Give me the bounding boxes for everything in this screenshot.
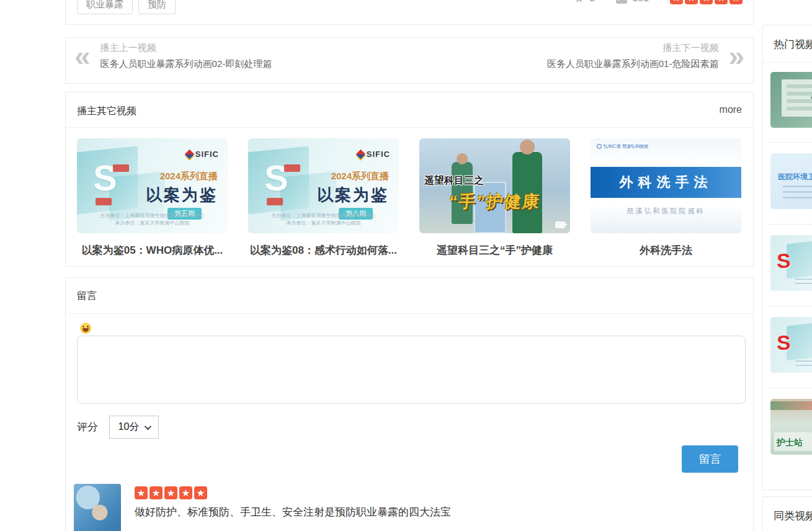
video-card: S SIFIC 2024系列直播 以案为鉴 第八期 主办单位：上海斯菲克微生物应…: [248, 138, 399, 257]
comment-item: ★ ★ ★ ★ ★ 做好防护、标准预防、手卫生、安全注射是预防职业暴露的四大法宝: [74, 484, 451, 531]
video-card: 弘和仁爱 慈溪弘和医院 外科洗手法 慈溪弘和医院院感科 外科洗手法: [591, 138, 741, 257]
next-video-link[interactable]: 播主下一视频 医务人员职业暴露系列动画01-危险因素篇 »: [547, 42, 744, 70]
similar-videos-title: 同类视频: [774, 509, 812, 523]
poster-topline: 2024系列直播: [160, 171, 218, 182]
comment-text: 做好防护、标准预防、手卫生、安全注射是预防职业暴露的四大法宝: [135, 505, 451, 519]
hot-video-thumbnail[interactable]: S: [770, 235, 812, 291]
comments-header: 留言: [66, 278, 753, 314]
video-card: 遥望科目三之 “手”护健康 遥望科目三之“手”护健康: [419, 138, 570, 257]
video-thumbnail[interactable]: S SIFIC 2024系列直播 以案为鉴 第八期 主办单位：上海斯菲克微生物应…: [248, 138, 399, 233]
divider: [770, 224, 812, 225]
video-camera-icon: [555, 221, 565, 228]
poster-watermark: S: [264, 157, 288, 199]
next-video-label: 播主下一视频: [547, 42, 719, 54]
nurse-station-label: 护士站: [777, 437, 803, 448]
poster-topline: 2024系列直播: [331, 171, 389, 182]
video-thumbnail[interactable]: S SIFIC 2024系列直播 以案为鉴 第五期 主办单位：上海斯菲克微生物应…: [77, 138, 228, 233]
favorite-star-icon: ★: [573, 0, 584, 4]
poster-orgs: 主办单位：上海斯菲克微生物应用技术研究中心 承办单位：复旦大学附属中山医院: [77, 212, 228, 227]
video-thumbnail[interactable]: 弘和仁爱 慈溪弘和医院 外科洗手法 慈溪弘和医院院感科: [591, 138, 741, 233]
poster-main-title: 以案为鉴: [317, 184, 389, 206]
video-title[interactable]: 外科洗手法: [591, 243, 741, 257]
comment-rating-stars: ★ ★ ★ ★ ★: [135, 486, 451, 499]
video-title[interactable]: 以案为鉴08：感术行动如何落...: [248, 243, 399, 257]
hot-videos-panel: 热门视频 医院环境卫生 S S 护士站: [762, 25, 812, 490]
sific-s-mark: S: [777, 249, 791, 273]
sific-diamond-icon: [184, 149, 194, 159]
poster-deco: [113, 164, 129, 172]
star-icon: ★: [194, 486, 207, 499]
poster-deco: [795, 279, 812, 286]
tag-list: 职业暴露 预防: [77, 0, 176, 14]
poster-banner: 外科洗手法: [591, 167, 741, 198]
star-icon: ★: [700, 0, 713, 4]
tag-prevention[interactable]: 预防: [138, 0, 176, 14]
poster-line2: “手”护健康: [419, 190, 570, 213]
star-icon: ★: [149, 486, 163, 499]
other-videos-section: 播主其它视频 more S SIFIC 2024系列直播 以案为鉴 第五期 主办…: [65, 92, 754, 267]
star-icon: ★: [670, 0, 683, 4]
divider: [770, 388, 812, 388]
hot-video-thumbnail[interactable]: 护士站: [770, 399, 812, 455]
poster-deco: [795, 360, 812, 368]
video-meta-card: 职业暴露 预防 ★ 2 181 ★ ★ ★ ★ ★: [65, 0, 754, 25]
chevron-down-icon: [145, 422, 151, 429]
star-icon: ★: [135, 486, 148, 499]
other-videos-title: 播主其它视频: [77, 105, 136, 118]
other-videos-row: S SIFIC 2024系列直播 以案为鉴 第五期 主办单位：上海斯菲克微生物应…: [77, 138, 741, 257]
hot-videos-header: 热门视频: [763, 25, 812, 63]
star-icon: ★: [179, 486, 192, 499]
favorites-count: 2: [589, 0, 595, 4]
hot-video-thumbnail[interactable]: 医院环境卫生: [770, 153, 812, 209]
poster-deco: [782, 79, 812, 117]
submit-comment-button[interactable]: 留言: [682, 445, 738, 473]
poster-line1: 遥望科目三之: [424, 174, 484, 187]
prev-next-nav: « 播主上一视频 医务人员职业暴露系列动画02-即刻处理篇 播主下一视频 医务人…: [65, 37, 754, 84]
tag-occupational-exposure[interactable]: 职业暴露: [77, 0, 133, 14]
rating-selected-value: 10分: [118, 421, 140, 434]
video-title[interactable]: 遥望科目三之“手”护健康: [419, 243, 570, 257]
star-icon: ★: [685, 0, 698, 4]
next-chevrons-icon: »: [728, 42, 744, 70]
hot-videos-title: 热门视频: [774, 37, 812, 51]
video-stats: ★ 2 181 ★ ★ ★ ★ ★: [573, 0, 744, 4]
divider: [770, 142, 812, 143]
avatar: [74, 484, 121, 531]
other-videos-header: 播主其它视频 more: [66, 92, 753, 128]
similar-videos-header: 同类视频: [763, 497, 812, 531]
hot-video-thumbnail[interactable]: [770, 72, 812, 128]
comment-input[interactable]: [77, 336, 746, 404]
poster-deco: [267, 198, 283, 205]
sific-s-mark: S: [777, 331, 791, 355]
star-icon: ★: [164, 486, 177, 499]
prev-video-link[interactable]: « 播主上一视频 医务人员职业暴露系列动画02-即刻处理篇: [74, 42, 272, 70]
video-card: S SIFIC 2024系列直播 以案为鉴 第五期 主办单位：上海斯菲克微生物应…: [77, 138, 228, 257]
sific-diamond-icon: [355, 149, 365, 159]
divider: [770, 306, 812, 306]
sific-logo: SIFIC: [357, 149, 390, 159]
video-title[interactable]: 以案为鉴05：WHO病原体优...: [77, 243, 228, 257]
video-thumbnail[interactable]: 遥望科目三之 “手”护健康: [419, 138, 570, 233]
poster-orgs: 主办单位：上海斯菲克微生物应用技术研究中心 承办单位：复旦大学附属中山医院: [248, 212, 399, 227]
views-count: 181: [632, 0, 649, 4]
more-link[interactable]: more: [720, 104, 742, 115]
rating-label: 评分: [77, 420, 98, 434]
rating-select[interactable]: 10分: [109, 416, 159, 439]
views-icon: [616, 0, 627, 4]
comments-title: 留言: [77, 290, 97, 303]
poster-deco: [284, 164, 300, 172]
star-icon: ★: [715, 0, 728, 4]
poster-watermark: S: [93, 157, 117, 199]
person-figure: [520, 140, 535, 154]
hospital-logo-icon: [597, 144, 602, 149]
hot-video-thumbnail[interactable]: S: [770, 317, 812, 373]
emoji-picker-icon[interactable]: [80, 323, 91, 334]
similar-videos-panel: 同类视频: [762, 496, 812, 531]
prev-video-label: 播主上一视频: [100, 42, 272, 54]
star-icon: ★: [729, 0, 743, 4]
next-video-title[interactable]: 医务人员职业暴露系列动画01-危险因素篇: [547, 58, 719, 70]
poster-main-title: 以案为鉴: [146, 184, 218, 206]
slide-title: 医院环境卫生: [778, 172, 812, 182]
video-rating-stars: ★ ★ ★ ★ ★: [670, 0, 744, 4]
prev-video-title[interactable]: 医务人员职业暴露系列动画02-即刻处理篇: [100, 58, 272, 70]
